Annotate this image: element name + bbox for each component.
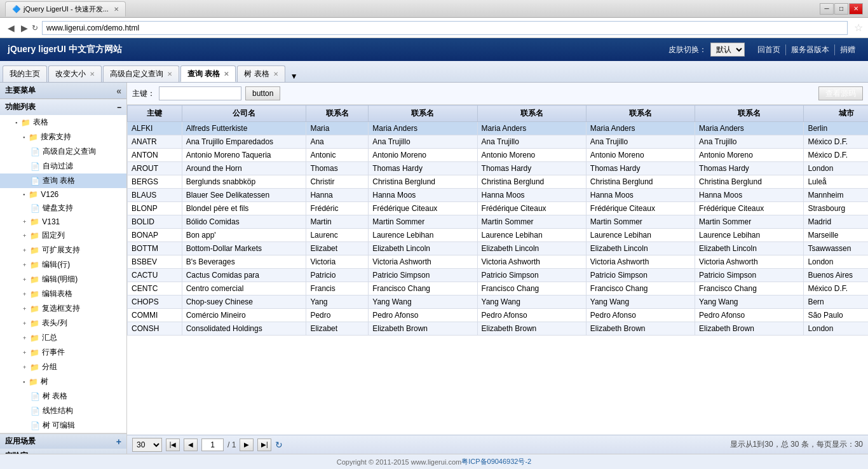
sidebar-item-fixed-col[interactable]: + 📁 固定列 [0,228,126,243]
browser-tab-close[interactable]: ✕ [114,6,119,13]
table-row[interactable]: ANTON Antonio Moreno Taqueria Antonic An… [128,149,869,162]
sidebar-item-expandable[interactable]: + 📁 可扩展支持 [0,243,126,257]
bookmark-icon[interactable]: ☆ [854,22,863,34]
lab-plus[interactable]: + [116,451,121,454]
sidebar-item-edit-row[interactable]: + 📁 编辑(行) [0,257,126,272]
sidebar-item-search-support[interactable]: ▪ 📁 搜索支持 [0,130,126,144]
win-minimize-btn[interactable]: ─ [820,3,834,15]
sidebar-item-tree-editable[interactable]: 📄 树 可编辑 [0,418,126,433]
sidebar-item-linear-label: 线性结构 [43,405,73,416]
table-row[interactable]: ALFKI Alfreds Futterkiste Maria Maria An… [128,122,869,135]
table-row[interactable]: CACTU Cactus Comidas para Patricio Patri… [128,269,869,282]
tab-tree-table[interactable]: 树 表格 ✕ [237,65,285,82]
app-scene-plus[interactable]: + [116,437,121,447]
table-row[interactable]: CONSH Consolidated Holdings Elizabet Eli… [128,322,869,336]
sidebar-item-checkbox[interactable]: + 📁 复选框支持 [0,301,126,316]
sidebar-item-edit-table-label: 编辑表格 [42,289,72,299]
refresh-grid-icon[interactable]: ↻ [275,440,283,450]
cell-contact3: Christina Berglund [477,175,586,189]
sidebar-item-edit-table[interactable]: + 📁 编辑表格 [0,287,126,301]
sidebar-item-linear[interactable]: 📄 线性结构 [0,404,126,418]
table-row[interactable]: BERGS Berglunds snabbköp Christir Christ… [128,175,869,189]
cell-city: Strasbourg [804,202,868,215]
cell-company: Bólido Comidas [182,215,306,229]
cell-key: CACTU [128,269,182,282]
table-row[interactable]: BSBEV B's Beverages Victoria Victoria As… [128,255,869,269]
table-row[interactable]: CHOPS Chop-suey Chinese Yang Yang Wang Y… [128,296,869,309]
sidebar-item-edit-detail[interactable]: + 📁 编辑(明细) [0,272,126,287]
sidebar-item-tree[interactable]: ▪ 📁 树 [0,374,126,389]
sidebar-item-half-star[interactable]: ▪ 📁 表格 [0,115,126,130]
sidebar-item-summary[interactable]: + 📁 汇总 [0,330,126,345]
tab-resize-close[interactable]: ✕ [90,71,95,78]
cell-city: Berlin [804,122,868,135]
table-row[interactable]: AROUT Around the Horn Thomas Thomas Hard… [128,162,869,175]
cell-contact5: Frédérique Citeaux [695,202,804,215]
sidebar-collapse-btn[interactable]: « [116,86,121,96]
table-row[interactable]: ANATR Ana Trujillo Emparedados Ana Ana T… [128,135,869,149]
minus-icon2: ▪ [23,134,25,140]
cell-key: BLONP [128,202,182,215]
table-row[interactable]: BLONP Blondel père et fils Frédéric Fréd… [128,202,869,215]
prev-page-btn[interactable]: ◀ [184,438,198,451]
table-row[interactable]: BONAP Bon app' Laurenc Laurence Lebihan … [128,229,869,242]
tab-dropdown-btn[interactable]: ▼ [288,71,301,82]
refresh-btn[interactable]: ↻ [32,22,38,34]
sidebar-item-row-event-label: 行事件 [42,347,65,358]
function-list-header[interactable]: 功能列表 − [0,99,126,115]
sidebar-item-tree-table[interactable]: 📄 树 表格 [0,389,126,404]
last-page-btn[interactable]: ▶| [257,438,271,451]
sidebar-item-v131[interactable]: + 📁 V131 [0,215,126,228]
browser-tab[interactable]: 🔷 jQuery LigerUI - 快速开发... ✕ [5,1,126,17]
sidebar-item-header-col[interactable]: + 📁 表头/列 [0,316,126,330]
table-row[interactable]: COMMI Comércio Mineiro Pedro Pedro Afons… [128,309,869,322]
next-page-btn[interactable]: ▶ [240,438,254,451]
cell-contact1: Ana [306,135,369,149]
table-row[interactable]: BLAUS Blauer See Delikatessen Hanna Hann… [128,189,869,202]
back-btn[interactable]: ◀ [5,22,17,34]
sidebar-item-group[interactable]: + 📁 分组 [0,360,126,374]
cell-company: Antonio Moreno Taqueria [182,149,306,162]
tab-tree-table-close[interactable]: ✕ [273,71,278,78]
content-area: 主键： button 查看源码 主键 公司名 联系名 联系名 联系名 联系名 联… [127,83,868,454]
cell-contact1: Pedro [306,309,369,322]
cell-city: Luleå [804,175,868,189]
view-source-button[interactable]: 查看源码 [818,86,863,100]
link-home[interactable]: 回首页 [752,44,785,55]
cell-company: Bottom-Dollar Markets [182,242,306,255]
page-number-input[interactable] [201,438,224,451]
sidebar-item-keyboard[interactable]: 📄 键盘支持 [0,201,126,215]
sidebar-item-v126[interactable]: ▪ 📁 V126 [0,188,126,201]
win-close-btn[interactable]: ✕ [849,3,863,15]
win-maximize-btn[interactable]: □ [834,3,848,15]
tab-my-home[interactable]: 我的主页 [3,65,47,82]
page-size-select[interactable]: 10 20 30 50 100 [132,438,162,452]
cell-contact4: Patricio Simpson [586,269,695,282]
link-server[interactable]: 服务器版本 [785,44,834,55]
tab-advanced-query[interactable]: 高级自定义查询 ✕ [103,65,179,82]
skin-dropdown[interactable]: 默认 [710,43,745,57]
cell-contact2: Ana Trujillo [369,135,477,149]
lab-header[interactable]: 实验室 + [0,449,126,454]
function-list-collapse[interactable]: − [117,103,121,112]
table-row[interactable]: BOLID Bólido Comidas Martin Martin Somme… [128,215,869,229]
query-button[interactable]: button [245,86,280,100]
sidebar-item-tree-table-label: 树 表格 [43,391,67,402]
tab-query-table[interactable]: 查询 表格 ✕ [180,65,236,82]
sidebar-item-query-table[interactable]: 📄 查询 表格 [0,173,126,188]
tab-query-table-close[interactable]: ✕ [224,71,229,78]
sidebar-item-row-event[interactable]: + 📁 行事件 [0,345,126,360]
footer-icp-link[interactable]: 粤ICP备09046932号-2 [461,457,531,466]
tab-resize[interactable]: 改变大小 ✕ [48,65,102,82]
primary-key-input[interactable] [159,86,241,100]
first-page-btn[interactable]: |◀ [166,438,180,451]
link-donate[interactable]: 捐赠 [834,44,860,55]
sidebar-item-advanced-query[interactable]: 📄 高级自定义查询 [0,144,126,159]
app-scene-header[interactable]: 应用场景 + [0,434,126,449]
tab-advanced-query-close[interactable]: ✕ [167,71,172,78]
url-input[interactable] [42,21,848,35]
sidebar-item-auto-filter[interactable]: 📄 自动过滤 [0,159,126,173]
table-row[interactable]: BOTTM Bottom-Dollar Markets Elizabet Eli… [128,242,869,255]
table-row[interactable]: CENTC Centro comercial Francis Francisco… [128,282,869,296]
forward-btn[interactable]: ▶ [18,22,31,34]
